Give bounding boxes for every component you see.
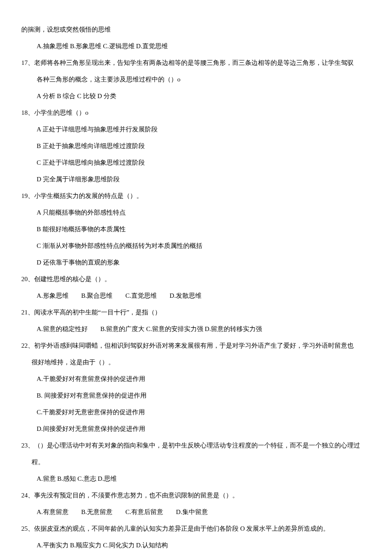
question-19-option-a: A 只能概括事物的外部感性特点 [37, 204, 371, 221]
question-19-option-d: D 还依靠于事物的直观的形象 [37, 254, 371, 271]
question-17: 17、老师将各种三角形呈现出来，告知学生有两条边相等的是等腰三角形，而三条边相等… [21, 55, 371, 71]
question-20-options: A.形象思维 B.聚合思维 C.直觉思维 D.发散思维 [37, 288, 371, 304]
question-21: 21、阅读水平高的初中生能“一目十行”，是指（） [21, 304, 371, 321]
question-19-option-b: B 能很好地概括事物的本质属性 [37, 221, 371, 238]
question-19-option-c: C 渐渐从对事物外部感性特点的概括转为对本质属性的概括 [37, 238, 371, 254]
question-20: 20、创建性思维的核心是（）。 [21, 271, 371, 288]
question-22-option-d: D.间接爱好对无意留意保持的促进作用 [37, 421, 371, 437]
question-18-option-c: C 正处于详细思维向抽象思维过渡阶段 [37, 154, 371, 171]
question-17-options: A 分析 B 综合 C 比较 D 分类 [37, 88, 371, 105]
question-23-options: A.留意 B.感知 C.意志 D.思维 [37, 471, 371, 487]
question-22: 22、初学外语感到味同嚼蜡，但相识到驾驭好外语对将来发展很有用，于是对学习外语产… [21, 337, 371, 354]
question-24: 24、事先没有预定目的，不须要作意志努力，也不由意识限制的留意是（）。 [21, 487, 371, 504]
question-18: 18、小学生的思维（）o [21, 105, 371, 121]
question-21-options: A.留意的稳定性好 B.留意的广度大 C.留意的安排实力强 D.留意的转移实力强 [37, 321, 371, 337]
question-22-cont: 很好地维持，这是由于（）。 [32, 354, 371, 371]
question-18-option-a: A 正处于详细思维与抽象思维并行发展阶段 [37, 121, 371, 138]
question-24-options: A.有意留意 B.无意留意 C.有意后留意 D.集中留意 [37, 504, 371, 520]
question-17-cont: 各种三角形的概念，这主要涉及思维过程中的（）o [37, 71, 371, 88]
question-23: 23、（）是心理活动中对有关对象的指向和集中，是初中生反映心理活动专注程度的一个… [21, 437, 371, 454]
question-22-option-a: A.干脆爱好对有意留意保持的促进作用 [37, 371, 371, 387]
question-22-option-b: B. 间接爱好对有意留意保持的促进作用 [37, 387, 371, 404]
question-18-option-d: D 完全属于详细形象思维阶段 [37, 171, 371, 188]
question-22-option-c: C.干脆爱好对无意密意保持的促进作用 [37, 404, 371, 421]
question-18-option-b: B 正处于抽象思维向详细思维过渡阶段 [37, 138, 371, 154]
question-25: 25、依据皮亚杰的观点，不同年龄的儿童的认知实力差异正是由于他们各阶段 O 发展… [21, 520, 371, 537]
question-23-cont: 程。 [32, 454, 371, 471]
intro-continuation: 的揣测，设想或突然领悟的思维 [21, 21, 371, 38]
intro-options: A.抽象思维 B.形象思维 C.逻辑思维 D.直觉思维 [37, 38, 371, 55]
question-19: 19、小学生概括实力的发展的特点是（）。 [21, 188, 371, 204]
question-25-options: A.平衡实力 B.顺应实力 C.同化实力 D.认知结构 [37, 537, 371, 554]
